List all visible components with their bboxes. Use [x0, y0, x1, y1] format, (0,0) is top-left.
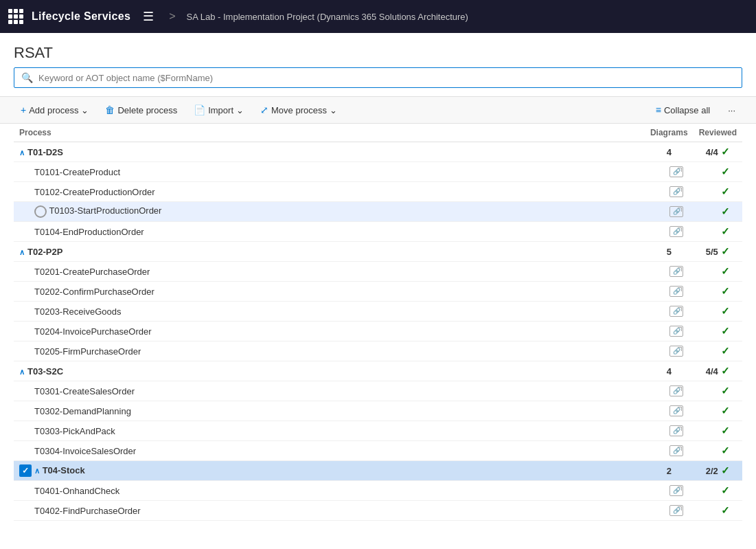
table-row[interactable]: T0205-FirmPurchaseOrder 🔗 ✓ [14, 341, 742, 361]
child-reviewed-cell: ✓ [694, 421, 742, 441]
group-check-icon: ✓ [721, 365, 730, 377]
diagram-cell: 🔗 [665, 286, 688, 297]
child-diagrams-cell: 🔗 [645, 302, 694, 322]
child-check-icon: ✓ [721, 445, 730, 456]
group-reviewed-value: 4/4 [706, 147, 718, 157]
table-row[interactable]: T0101-CreateProduct 🔗 ✓ [14, 162, 742, 182]
child-name-cell: T0201-CreatePurchaseOrder [14, 262, 645, 282]
group-row-g2[interactable]: T02-P2P 5 5/5 ✓ [14, 242, 742, 262]
more-icon: ··· [728, 105, 735, 115]
diagram-icon[interactable]: 🔗 [669, 505, 683, 516]
diagram-icon[interactable]: 🔗 [669, 306, 683, 317]
group-reviewed-value: 2/2 [706, 466, 718, 476]
group-chevron[interactable] [34, 465, 43, 475]
diagram-cell: 🔗 [665, 186, 688, 197]
delete-process-button[interactable]: 🗑 Delete process [98, 101, 184, 119]
child-diagrams-cell: 🔗 [645, 381, 694, 401]
group-diagrams-cell: 4 [645, 142, 694, 162]
group-name: T02-P2P [27, 247, 62, 257]
child-check-icon: ✓ [721, 305, 730, 317]
group-row-g1[interactable]: T01-D2S 4 4/4 ✓ [14, 142, 742, 162]
search-input[interactable] [38, 73, 735, 83]
diagram-icon[interactable]: 🔗 [669, 385, 683, 396]
diagram-icon[interactable]: 🔗 [669, 186, 683, 197]
move-icon: ⤢ [260, 104, 268, 115]
child-reviewed-cell: ✓ [694, 381, 742, 401]
child-diagrams-cell: 🔗 [645, 282, 694, 302]
table-row[interactable]: T0103-StartProductionOrder 🔗 ✓ [14, 202, 742, 222]
diagram-icon[interactable]: 🔗 [669, 485, 683, 496]
row-radio[interactable] [34, 205, 47, 218]
child-name: T0103-StartProductionOrder [49, 205, 161, 216]
child-name: T0203-ReceiveGoods [34, 306, 121, 317]
app-grid-icon[interactable] [8, 9, 23, 24]
topbar: Lifecycle Services ☰ > SA Lab - Implemen… [0, 0, 756, 33]
move-process-label: Move process [271, 105, 327, 115]
diagram-cell: 🔗 [665, 326, 688, 337]
group-reviewed-cell: 2/2 ✓ [694, 461, 742, 481]
page-title: RSAT [14, 44, 742, 62]
table-row[interactable]: T0301-CreateSalesOrder 🔗 ✓ [14, 381, 742, 401]
child-reviewed-cell: ✓ [694, 202, 742, 222]
child-diagrams-cell: 🔗 [645, 401, 694, 421]
table-row[interactable]: T0401-OnhandCheck 🔗 ✓ [14, 481, 742, 501]
diagram-icon[interactable]: 🔗 [669, 326, 683, 337]
add-process-button[interactable]: + Add process ⌄ [14, 101, 95, 119]
table-row[interactable]: T0302-DemandPlanning 🔗 ✓ [14, 401, 742, 421]
breadcrumb-text: SA Lab - Implementation Project (Dynamic… [187, 12, 468, 22]
diagram-icon[interactable]: 🔗 [669, 445, 683, 456]
group-row-g4[interactable]: ✓ T04-Stock 2 2/2 ✓ [14, 461, 742, 481]
table-row[interactable]: T0203-ReceiveGoods 🔗 ✓ [14, 302, 742, 322]
child-check-icon: ✓ [721, 265, 730, 277]
more-options-button[interactable]: ··· [721, 102, 742, 119]
group-chevron[interactable] [19, 147, 27, 157]
group-name: T01-D2S [27, 147, 63, 157]
child-diagrams-cell: 🔗 [645, 441, 694, 461]
group-chevron[interactable] [19, 247, 27, 257]
group-chevron[interactable] [19, 366, 27, 377]
table-row[interactable]: T0201-CreatePurchaseOrder 🔗 ✓ [14, 262, 742, 282]
table-row[interactable]: T0202-ConfirmPurchaseOrder 🔗 ✓ [14, 282, 742, 302]
collapse-all-button[interactable]: ≡ Collapse all [649, 101, 717, 119]
diagram-cell: 🔗 [665, 306, 688, 317]
diagram-icon[interactable]: 🔗 [669, 346, 683, 357]
table-row[interactable]: T0102-CreateProductionOrder 🔗 ✓ [14, 182, 742, 202]
table-row[interactable]: T0104-EndProductionOrder 🔗 ✓ [14, 222, 742, 242]
move-process-button[interactable]: ⤢ Move process ⌄ [253, 101, 344, 119]
child-diagrams-cell: 🔗 [645, 202, 694, 222]
child-check-icon: ✓ [721, 285, 730, 297]
diagram-icon[interactable]: 🔗 [669, 226, 683, 237]
group-name-cell: T02-P2P [14, 242, 645, 262]
child-name-cell: T0101-CreateProduct [14, 162, 645, 182]
child-diagrams-cell: 🔗 [645, 481, 694, 501]
diagram-icon[interactable]: 🔗 [669, 166, 683, 177]
add-icon: + [21, 104, 26, 115]
child-name-cell: T0304-InvoiceSalesOrder [14, 441, 645, 461]
hamburger-icon[interactable]: ☰ [139, 6, 158, 27]
child-reviewed-cell: ✓ [694, 441, 742, 461]
table-row[interactable]: T0402-FindPurchaseOrder 🔗 ✓ [14, 501, 742, 521]
diagram-icon[interactable]: 🔗 [669, 266, 683, 277]
group-checkbox[interactable]: ✓ [19, 464, 32, 477]
import-button[interactable]: 📄 Import ⌄ [187, 101, 251, 119]
diagram-icon[interactable]: 🔗 [669, 425, 683, 436]
group-row-g3[interactable]: T03-S2C 4 4/4 ✓ [14, 361, 742, 381]
diagram-cell: 🔗 [665, 226, 688, 237]
child-check-icon: ✓ [721, 504, 730, 516]
child-name: T0304-InvoiceSalesOrder [34, 446, 136, 456]
child-name-cell: T0205-FirmPurchaseOrder [14, 341, 645, 361]
child-check-icon: ✓ [721, 205, 730, 217]
diagram-cell: 🔗 [665, 266, 688, 277]
table-row[interactable]: T0304-InvoiceSalesOrder 🔗 ✓ [14, 441, 742, 461]
diagram-icon[interactable]: 🔗 [669, 206, 683, 217]
diagram-cell: 🔗 [665, 445, 688, 456]
child-name-cell: T0402-FindPurchaseOrder [14, 501, 645, 521]
diagram-icon[interactable]: 🔗 [669, 405, 683, 416]
table-row[interactable]: T0204-InvoicePurchaseOrder 🔗 ✓ [14, 322, 742, 341]
diagram-icon[interactable]: 🔗 [669, 286, 683, 297]
diagram-cell: 🔗 [665, 385, 688, 396]
table-row[interactable]: T0303-PickAndPack 🔗 ✓ [14, 421, 742, 441]
child-diagrams-cell: 🔗 [645, 182, 694, 202]
child-name: T0204-InvoicePurchaseOrder [34, 326, 152, 337]
child-name: T0301-CreateSalesOrder [34, 386, 135, 396]
